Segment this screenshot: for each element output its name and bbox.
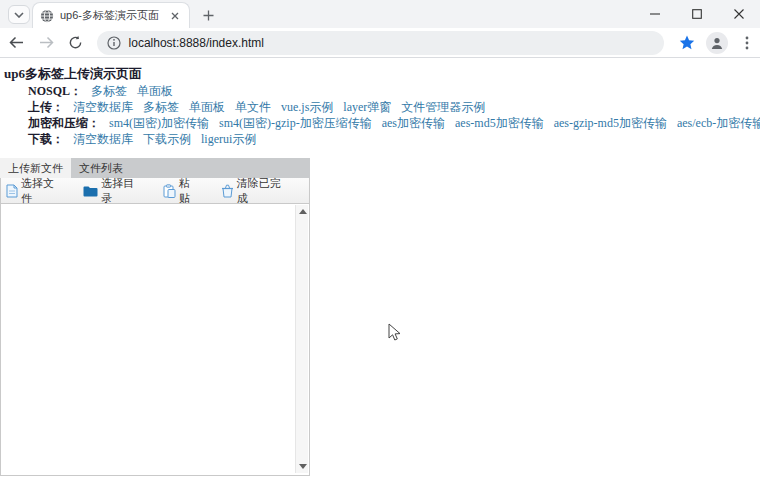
avatar	[706, 32, 728, 54]
paste-label: 粘贴	[179, 176, 199, 206]
page-title: up6多标签上传演示页面	[4, 65, 142, 83]
folder-icon	[83, 185, 98, 197]
kebab-menu-icon	[745, 36, 749, 50]
new-tab-button[interactable]	[198, 5, 218, 25]
select-file-button[interactable]: 选择文件	[6, 176, 61, 206]
window-maximize-button[interactable]	[676, 0, 718, 28]
row-label: NOSQL：	[28, 84, 82, 98]
mouse-cursor	[388, 323, 401, 346]
person-icon	[710, 36, 724, 50]
address-bar[interactable]: localhost:8888/index.html	[97, 31, 664, 55]
upload-list-area	[0, 204, 310, 476]
link[interactable]: layer弹窗	[343, 100, 391, 114]
maximize-icon	[692, 9, 702, 19]
select-directory-button[interactable]: 选择目录	[83, 176, 141, 206]
select-directory-label: 选择目录	[101, 176, 141, 206]
window-close-button[interactable]	[718, 0, 760, 28]
clear-completed-label: 清除已完成	[237, 176, 287, 206]
link[interactable]: 多标签	[91, 84, 127, 98]
tab-close-icon[interactable]	[167, 8, 182, 23]
upload-links-row: 上传： 清空数据库 多标签 单面板 单文件 vue.js示例 layer弹窗 文…	[28, 99, 492, 116]
forward-button[interactable]	[34, 30, 60, 56]
link[interactable]: ligerui示例	[201, 132, 256, 146]
link[interactable]: aes加密传输	[382, 116, 445, 130]
file-icon	[6, 184, 18, 198]
minimize-icon	[650, 9, 660, 19]
profile-button[interactable]	[704, 30, 730, 56]
select-file-label: 选择文件	[21, 176, 61, 206]
reload-icon	[68, 35, 83, 50]
clear-icon	[221, 184, 234, 198]
link[interactable]: 单面板	[137, 84, 173, 98]
plus-icon	[203, 10, 214, 21]
link[interactable]: 清空数据库	[73, 100, 133, 114]
forward-arrow-icon	[39, 36, 54, 49]
reload-button[interactable]	[63, 30, 89, 56]
panel-toolbar: 选择文件 选择目录 粘贴	[0, 178, 310, 204]
nosql-links-row: NOSQL： 多标签 单面板	[28, 83, 180, 100]
star-icon	[679, 35, 695, 50]
link[interactable]: 文件管理器示例	[401, 100, 485, 114]
scroll-down-icon[interactable]	[299, 464, 307, 469]
paste-icon	[163, 184, 176, 198]
link[interactable]: aes-gzip-md5加密传输	[554, 116, 667, 130]
tab-title: up6-多标签演示页面	[60, 8, 167, 23]
link[interactable]: 下载示例	[143, 132, 191, 146]
globe-favicon-icon	[40, 9, 54, 23]
chevron-down-icon	[14, 12, 24, 18]
bookmark-star-button[interactable]	[674, 30, 700, 56]
link[interactable]: 单面板	[189, 100, 225, 114]
back-arrow-icon	[9, 36, 24, 49]
url-text[interactable]: localhost:8888/index.html	[129, 36, 264, 50]
download-links-row: 下载： 清空数据库 下载示例 ligerui示例	[28, 131, 263, 148]
back-button[interactable]	[4, 30, 30, 56]
clear-completed-button[interactable]: 清除已完成	[221, 176, 287, 206]
link[interactable]: aes/ecb-加密传输	[677, 116, 760, 130]
toolbar-right	[670, 30, 760, 56]
link[interactable]: vue.js示例	[281, 100, 333, 114]
link[interactable]: sm4(国密)加密传输	[109, 116, 209, 130]
scrollbar[interactable]	[295, 205, 308, 473]
row-label: 加密和压缩：	[28, 116, 100, 130]
encryption-links-row: 加密和压缩： sm4(国密)加密传输 sm4(国密)-gzip-加密压缩传输 a…	[28, 115, 760, 132]
row-label: 下载：	[28, 132, 64, 146]
cursor-arrow-icon	[388, 323, 401, 342]
close-icon	[734, 9, 744, 19]
row-label: 上传：	[28, 100, 64, 114]
window-minimize-button[interactable]	[634, 0, 676, 28]
link[interactable]: aes-md5加密传输	[455, 116, 544, 130]
link[interactable]: 清空数据库	[73, 132, 133, 146]
browser-toolbar: localhost:8888/index.html	[0, 28, 760, 58]
link[interactable]: 单文件	[235, 100, 271, 114]
browser-menu-button[interactable]	[734, 30, 760, 56]
paste-button[interactable]: 粘贴	[163, 176, 199, 206]
browser-tabstrip: up6-多标签演示页面	[0, 0, 760, 28]
site-info-icon[interactable]	[107, 36, 121, 50]
browser-tab[interactable]: up6-多标签演示页面	[32, 2, 190, 28]
scroll-up-icon[interactable]	[299, 209, 307, 214]
tab-search-button[interactable]	[8, 5, 30, 24]
link[interactable]: sm4(国密)-gzip-加密压缩传输	[219, 116, 372, 130]
page-content: up6多标签上传演示页面 NOSQL： 多标签 单面板 上传： 清空数据库 多标…	[0, 59, 760, 500]
window-controls	[634, 0, 760, 28]
upload-panel: 上传新文件 文件列表 选择文件	[0, 158, 310, 476]
link[interactable]: 多标签	[143, 100, 179, 114]
